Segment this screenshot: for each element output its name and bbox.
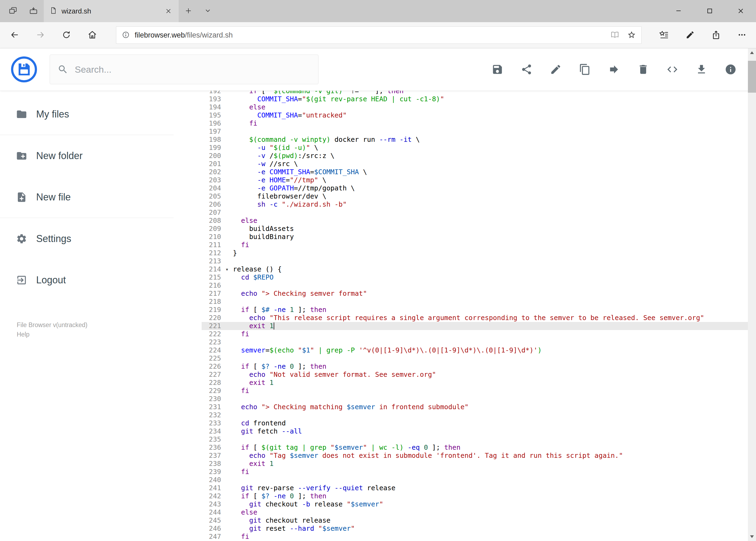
code-line[interactable]: 216 [202, 281, 756, 289]
code-line[interactable]: 195 COMMIT_SHA="untracked" [202, 111, 756, 119]
share-button[interactable] [521, 64, 533, 75]
code-line[interactable]: 209 buildAssets [202, 225, 756, 233]
code-line[interactable]: 193 COMMIT_SHA="$(git rev-parse HEAD | c… [202, 95, 756, 103]
code-line[interactable]: 219 if [ $# -ne 1 ]; then [202, 306, 756, 314]
sidebar-item-logout[interactable]: Logout [0, 259, 202, 300]
sidebar-item-my-files[interactable]: My files [0, 94, 202, 135]
delete-button[interactable] [637, 64, 649, 75]
view-raw-button[interactable] [666, 64, 678, 75]
code-line[interactable]: 247 fi [202, 533, 756, 541]
code-line[interactable]: 236 if [ $(git tag | grep "$semver" | wc… [202, 443, 756, 452]
sidebar-item-settings[interactable]: Settings [0, 218, 202, 259]
set-tabs-aside-button[interactable] [3, 0, 23, 22]
window-close-button[interactable] [725, 0, 756, 22]
share-page-button[interactable] [703, 22, 729, 48]
help-link[interactable]: Help [17, 331, 29, 338]
code-line[interactable]: 225 [202, 354, 756, 362]
fold-marker-icon[interactable]: ▾ [221, 265, 233, 273]
tab-preview-toggle-button[interactable] [198, 0, 217, 22]
copy-button[interactable] [579, 64, 591, 75]
code-line[interactable]: 246 git reset --hard "$semver" [202, 525, 756, 533]
code-line[interactable]: 210 buildBinary [202, 233, 756, 241]
code-line[interactable]: 234 git fetch --all [202, 427, 756, 435]
save-button[interactable] [491, 64, 503, 75]
code-line[interactable]: 196 fi [202, 119, 756, 128]
code-line[interactable]: 222 fi [202, 330, 756, 338]
code-line[interactable]: 214▾release () { [202, 265, 756, 273]
code-line[interactable]: 202 -e COMMIT_SHA=$COMMIT_SHA \ [202, 168, 756, 176]
download-button[interactable] [695, 64, 707, 75]
refresh-button[interactable] [54, 22, 79, 48]
code-line[interactable]: 212} [202, 249, 756, 257]
add-favorite-button[interactable] [627, 31, 636, 40]
code-line[interactable]: 239 fi [202, 468, 756, 476]
code-line[interactable]: 218 [202, 297, 756, 306]
code-editor[interactable]: 192 if [ "$(command -v git)" != "" ]; th… [202, 91, 756, 541]
vertical-scrollbar[interactable] [748, 48, 756, 541]
code-line[interactable]: 235 [202, 435, 756, 443]
code-line[interactable]: 207 [202, 209, 756, 217]
scroll-down-button[interactable] [748, 532, 756, 541]
code-line[interactable]: 200 -v /$(pwd):/src:z \ [202, 152, 756, 160]
code-line[interactable]: 237 echo "Tag $semver does not exist in … [202, 452, 756, 460]
code-line[interactable]: 194 else [202, 103, 756, 111]
code-line[interactable]: 215 cd $REPO [202, 273, 756, 281]
code-line[interactable]: 244 else [202, 508, 756, 516]
new-tab-button[interactable] [179, 0, 198, 22]
window-minimize-button[interactable] [663, 0, 694, 22]
code-line[interactable]: 203 -e HOME="//tmp" \ [202, 176, 756, 184]
code-line[interactable]: 198 $(command -v winpty) docker run --rm… [202, 136, 756, 144]
code-line[interactable]: 192 if [ "$(command -v git)" != "" ]; th… [202, 91, 756, 95]
code-line[interactable]: 245 git checkout release [202, 516, 756, 525]
scroll-up-button[interactable] [748, 48, 756, 57]
code-line[interactable]: 221 exit 1 [202, 322, 756, 330]
sidebar-item-new-file[interactable]: New file [0, 176, 202, 218]
code-line[interactable]: 206 sh -c "./wizard.sh -b" [202, 201, 756, 209]
info-button[interactable] [725, 64, 737, 75]
code-line[interactable]: 233 cd frontend [202, 419, 756, 427]
hub-button[interactable] [651, 22, 677, 48]
sidebar-item-new-folder[interactable]: New folder [0, 135, 202, 176]
show-set-aside-tabs-button[interactable] [23, 0, 44, 22]
scrollbar-track[interactable] [748, 57, 756, 532]
code-line[interactable]: 224 semver=$(echo "$1" | grep -P '^v(0|[… [202, 346, 756, 354]
forward-button[interactable] [28, 22, 54, 48]
code-line[interactable]: 223 [202, 338, 756, 346]
file-browser-logo[interactable] [11, 56, 38, 83]
code-line[interactable]: 197 [202, 128, 756, 136]
code-line[interactable]: 232 [202, 411, 756, 419]
code-line[interactable]: 227 echo "Not valid semver format. See s… [202, 370, 756, 379]
home-button[interactable] [79, 22, 105, 48]
address-bar[interactable]: filebrowser.web/files/wizard.sh [116, 26, 641, 44]
annotate-button[interactable] [677, 22, 703, 48]
code-line[interactable]: 242 if [ $? -ne 0 ]; then [202, 492, 756, 500]
code-line[interactable]: 220 echo "This release script requires a… [202, 314, 756, 322]
browser-tab[interactable]: wizard.sh [44, 0, 179, 22]
code-line[interactable]: 240 [202, 476, 756, 484]
code-line[interactable]: 201 -w //src \ [202, 160, 756, 168]
code-line[interactable]: 230 [202, 395, 756, 403]
code-line[interactable]: 205 filebrowser/dev \ [202, 192, 756, 201]
code-line[interactable]: 231 echo "> Checking matching $semver in… [202, 403, 756, 411]
code-line[interactable]: 199 -u "$(id -u)" \ [202, 144, 756, 152]
code-line[interactable]: 238 exit 1 [202, 460, 756, 468]
site-info-button[interactable] [122, 31, 130, 40]
code-line[interactable]: 208 else [202, 217, 756, 225]
back-button[interactable] [2, 22, 28, 48]
code-line[interactable]: 228 exit 1 [202, 379, 756, 387]
code-line[interactable]: 211 fi [202, 241, 756, 249]
rename-button[interactable] [550, 64, 562, 75]
code-line[interactable]: 204 -e GOPATH=//tmp/gopath \ [202, 184, 756, 192]
move-button[interactable] [608, 64, 620, 75]
scrollbar-thumb[interactable] [748, 61, 756, 93]
search-input[interactable] [75, 64, 296, 75]
code-line[interactable]: 217 echo "> Checking semver format" [202, 289, 756, 297]
reading-view-button[interactable] [611, 31, 619, 40]
code-line[interactable]: 241 git rev-parse --verify --quiet relea… [202, 484, 756, 492]
tab-close-button[interactable] [162, 5, 174, 17]
code-line[interactable]: 213 [202, 257, 756, 265]
code-line[interactable]: 226 if [ $? -ne 0 ]; then [202, 362, 756, 370]
search-box[interactable] [50, 55, 319, 84]
more-button[interactable] [729, 22, 755, 48]
window-maximize-button[interactable] [694, 0, 725, 22]
